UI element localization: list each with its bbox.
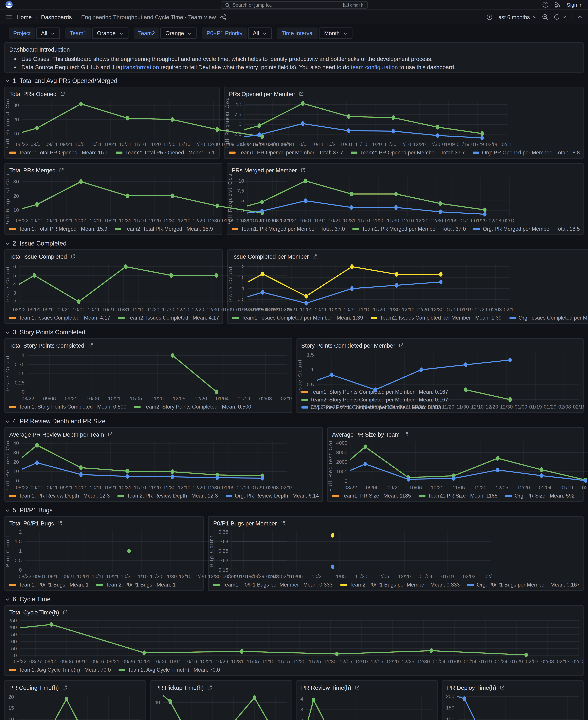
panel-title-bar[interactable]: Total Story Points Completed [5,339,291,349]
panel-title-bar[interactable]: PR Pickup Time(h) [151,681,291,691]
legend-item[interactable]: Team2: P0/P1 Bugs per MemberMean: 0.333 [340,581,460,588]
legend-item[interactable]: Team2: PR Merged per MemberTotal: 37.0 [353,226,466,232]
chart-total-issue-completed[interactable]: 2345608/2209/0109/1109/2110/0110/1110/21… [5,260,222,313]
external-link-icon[interactable] [57,520,63,526]
legend-item[interactable]: Team1: PR Merged per MemberTotal: 37.0 [232,226,345,232]
external-link-icon[interactable] [403,431,408,437]
filter-team1-value[interactable]: Orange [92,27,128,39]
team-configuration-link[interactable]: team configuration [351,64,398,70]
legend-item[interactable]: Org: PR SizeMean: 592 [505,493,574,499]
chart-pr-coding-time[interactable]: 0510152009/0110/0111/0112/0101/0102/01 [5,691,145,720]
legend-item[interactable]: Team1: PR Review DepthMean: 12.3 [9,493,110,499]
panel-title-bar[interactable]: Total Issue Completed [5,250,222,260]
legend-item[interactable]: Team2: PR Opened per MemberTotal: 37.7 [351,149,465,156]
panel-title-bar[interactable]: Issue Completed per Member [228,250,588,260]
external-link-icon[interactable] [207,684,212,690]
panel-title-bar[interactable]: PR Deploy Time(h) [443,681,583,691]
help-icon[interactable]: ? [543,2,549,8]
legend-item[interactable]: Team1: P0/P1 BugsMean: 1 [9,581,89,588]
chart-total-p0p1-bugs[interactable]: 00.511.5208/2209/0109/1109/2110/0110/111… [5,527,203,580]
refresh-button[interactable] [553,14,567,20]
chart-pr-pickup-time[interactable]: 0204009/0110/0111/0112/0101/0102/01 [151,691,291,720]
legend-item[interactable]: Team1: Issues CompletedMean: 4.17 [9,315,110,321]
section-header-4[interactable]: 4. PR Review Depth and PR Size [5,417,584,425]
panel-title-bar[interactable]: PRs Merged per Member [227,164,583,174]
section-header-3[interactable]: 3. Story Points Completed [5,328,584,336]
legend-item[interactable]: Team1: Issues Completed per MemberMean: … [232,315,363,321]
chart-prs-merged-per-member[interactable]: 2.557.51008/2209/0109/1109/2110/0110/111… [227,174,583,224]
sign-in-button[interactable]: Sign in [567,2,583,8]
external-link-icon[interactable] [298,91,304,96]
legend-item[interactable]: Team2: Total PR MergedMean: 15.9 [115,226,213,232]
time-range-picker[interactable]: Last 6 months [486,14,537,20]
legend-item[interactable]: Team1: PR Opened per MemberTotal: 37.7 [229,149,343,156]
panel-title-bar[interactable]: Total PRs Opened [5,87,219,98]
legend-item[interactable]: Team2: Total PR OpenedMean: 16.1 [116,149,215,156]
section-header-2[interactable]: 2. Issue Completed [5,240,584,247]
section-header-1[interactable]: 1. Total and Avg PRs Opened/Merged [5,77,584,84]
search-input[interactable]: Search or jump to... cmd+k [220,1,368,9]
legend-item[interactable]: Team2: P0/P1 BugsMean: 1 [96,581,176,588]
panel-title-bar[interactable]: Total P0/P1 Bugs [5,517,203,527]
legend-item[interactable]: Team1: P0/P1 Bugs per MemberMean: 0.333 [213,581,333,588]
external-link-icon[interactable] [107,431,113,437]
filter-time-interval-value[interactable]: Month [319,27,352,39]
chart-p0p1-bugs-per-member[interactable]: 0.150.20.250.30.3508/2209/0609/2110/0610… [209,527,583,580]
legend-item[interactable]: Team1: Avg Cycle Time(h)Mean: 70.0 [9,666,111,673]
chart-prs-opened-per-member[interactable]: 2.557.51008/2209/0109/1109/2110/0110/111… [225,98,583,148]
external-link-icon[interactable] [88,343,93,348]
panel-title-bar[interactable]: Total PRs Merged [5,164,222,174]
chart-total-cycle-time[interactable]: 05010015020025008/2208/2709/0109/0609/11… [5,616,583,665]
section-header-6[interactable]: 6. Cycle Time [5,595,584,603]
legend-item[interactable]: Team1: Story Points CompletedMean: 0.500 [9,404,126,410]
external-link-icon[interactable] [355,684,360,690]
legend-item[interactable]: Team2: Avg Cycle Time(h)Mean: 70.0 [119,666,220,673]
chart-story-points-per-member[interactable]: 00.511.508/2209/0109/1109/2110/0110/1110… [297,349,583,389]
breadcrumb-dashboards[interactable]: Dashboards [41,14,72,20]
external-link-icon[interactable] [280,520,286,526]
filter-team2-value[interactable]: Orange [161,27,197,39]
external-link-icon[interactable] [59,167,64,173]
chart-total-prs-opened[interactable]: 10203008/2209/0109/1109/2110/0110/1110/2… [5,98,219,148]
devlake-logo[interactable] [5,1,13,8]
chart-pr-size[interactable]: 0100020003000400008/2209/0609/2110/0610/… [328,438,583,491]
panel-title-bar[interactable]: Total Cycle Time(h) [5,606,583,616]
external-link-icon[interactable] [312,253,318,259]
external-link-icon[interactable] [70,253,76,259]
legend-item[interactable]: Team2: Story Points CompletedMean: 0.500 [134,404,251,410]
legend-item[interactable]: Team1: PR SizeMean: 1185 [332,493,411,499]
legend-item[interactable]: Team2: Issues CompletedMean: 4.17 [118,315,219,321]
legend-item[interactable]: Org: P0/P1 Bugs per MemberMean: 0.167 [467,581,580,588]
external-link-icon[interactable] [300,167,306,173]
transformation-link[interactable]: transformation [123,64,159,70]
chart-pr-deploy-time[interactable]: 05010015020009/0110/0111/0112/0101/0102/… [443,691,583,720]
external-link-icon[interactable] [399,343,404,348]
rss-icon[interactable] [555,2,561,8]
filter-priority-value[interactable]: All [248,27,272,39]
filter-project-value[interactable]: All [36,27,60,39]
external-link-icon[interactable] [62,684,67,690]
legend-item[interactable]: Org: PR Opened per MemberTotal: 18.8 [473,149,580,156]
legend-item[interactable]: Team1: Total PR MergedMean: 15.9 [9,226,107,232]
breadcrumb-home[interactable]: Home [16,14,32,20]
legend-item[interactable]: Team2: PR SizeMean: 1185 [419,493,498,499]
legend-item[interactable]: Org: Issues Completed per MemberMean: 0.… [509,315,588,321]
external-link-icon[interactable] [500,684,505,690]
legend-item[interactable]: Team2: Issues Completed per MemberMean: … [371,315,502,321]
external-link-icon[interactable] [60,91,65,96]
chart-pr-review-time[interactable]: 0123409/0110/0111/0112/0101/0102/01 [297,691,437,720]
legend-item[interactable]: Team2: PR Review DepthMean: 12.3 [118,493,218,499]
legend-item[interactable]: Org: PR Merged per MemberTotal: 18.5 [474,226,580,232]
chart-total-story-points[interactable]: 00.250.50.75108/2209/0609/2110/0610/2111… [5,349,291,402]
chart-issue-completed-per-member[interactable]: 0.511.5208/2209/0109/1109/2110/0110/1110… [228,260,588,313]
legend-item[interactable]: Team1: Total PR OpenedMean: 16.1 [9,149,108,156]
panel-title-bar[interactable]: PR Review Time(h) [297,681,437,691]
section-header-5[interactable]: 5. P0/P1 Bugs [5,506,584,514]
legend-item[interactable]: Org: PR Review DepthMean: 6.14 [226,493,319,499]
panel-title-bar[interactable]: Story Points Completed per Member [297,339,583,349]
panel-title-bar[interactable]: PR Coding Time(h) [5,681,145,691]
share-icon[interactable] [220,14,226,20]
chart-pr-review-depth[interactable]: 01020304008/2209/0109/1109/2110/0110/111… [5,438,322,491]
panel-title-bar[interactable]: P0/P1 Bugs per Member [209,517,583,527]
external-link-icon[interactable] [62,609,68,615]
